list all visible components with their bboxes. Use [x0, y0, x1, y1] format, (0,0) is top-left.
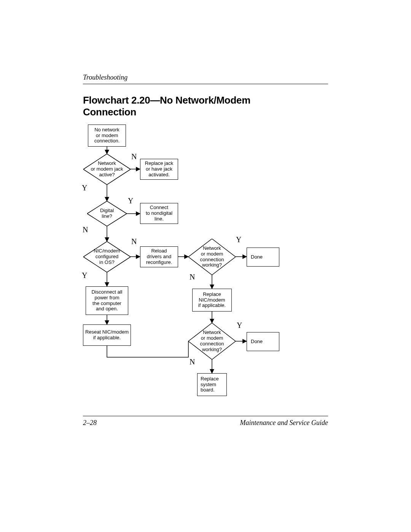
node-done-1-text: Done: [251, 254, 277, 260]
page: Troubleshooting Flowchart 2.20—No Networ…: [0, 0, 411, 532]
node-replace-jack-text: Replace jackor have jackactivated.: [142, 161, 176, 178]
edge-label-work1-y: Y: [236, 235, 241, 244]
decision-connection-working-1: Networkor modemconnectionworking?: [188, 239, 236, 275]
node-disconnect-power-text: Disconnect allpower fromthe computerand …: [88, 289, 126, 312]
decision-os-configured: NIC/modemconfiguredin OS?: [83, 241, 131, 272]
node-reload-drivers: Reloaddrivers andreconfigure.: [140, 246, 178, 267]
edge-label-work1-n: N: [190, 273, 195, 281]
node-done-2: Done: [247, 332, 279, 351]
decision-os-configured-text: NIC/modemconfiguredin OS?: [83, 241, 131, 272]
decision-connection-working-1-text: Networkor modemconnectionworking?: [188, 239, 236, 275]
node-start: No networkor modemconnection.: [88, 125, 126, 147]
decision-digital-line-text: Digitalline?: [87, 201, 127, 226]
node-reload-drivers-text: Reloaddrivers andreconfigure.: [142, 248, 176, 265]
node-replace-system-board: Replacesystemboard.: [197, 373, 227, 396]
edge-label-os-n: N: [131, 237, 137, 246]
decision-connection-working-2-text: Networkor modemconnectionworking?: [188, 323, 236, 359]
node-replace-nic-text: ReplaceNIC/modemif applicable.: [194, 292, 230, 309]
edge-label-digital-y: Y: [128, 197, 133, 205]
decision-jack-active-text: Networkor modem jackactive?: [83, 154, 131, 185]
edge-label-work2-n: N: [190, 358, 195, 366]
decision-jack-active: Networkor modem jackactive?: [83, 154, 131, 185]
edge-label-digital-n: N: [83, 225, 88, 234]
node-disconnect-power: Disconnect allpower fromthe computerand …: [86, 286, 128, 315]
footer-rule: [83, 416, 328, 416]
node-replace-jack: Replace jackor have jackactivated.: [140, 159, 178, 180]
edge-label-work2-y: Y: [237, 321, 242, 330]
node-replace-nic: ReplaceNIC/modemif applicable.: [192, 289, 232, 312]
edge-label-jack-y: Y: [82, 184, 87, 192]
node-connect-nondigital-text: Connectto nondigitalline.: [142, 205, 176, 222]
node-reseat-nic-text: Reseat NIC/modemif applicable.: [85, 329, 129, 341]
footer-book-title: Maintenance and Service Guide: [240, 419, 328, 427]
edge-label-os-y: Y: [82, 271, 87, 280]
node-reseat-nic: Reseat NIC/modemif applicable.: [83, 324, 131, 346]
footer-page-number: 2–28: [83, 419, 97, 427]
node-replace-system-board-text: Replacesystemboard.: [201, 376, 225, 393]
node-start-text: No networkor modemconnection.: [90, 127, 124, 144]
edge-label-jack-n: N: [131, 152, 137, 161]
node-done-1: Done: [247, 248, 279, 267]
node-connect-nondigital: Connectto nondigitalline.: [140, 203, 178, 224]
decision-connection-working-2: Networkor modemconnectionworking?: [188, 323, 236, 359]
node-done-2-text: Done: [251, 339, 277, 345]
decision-digital-line: Digitalline?: [87, 201, 127, 226]
